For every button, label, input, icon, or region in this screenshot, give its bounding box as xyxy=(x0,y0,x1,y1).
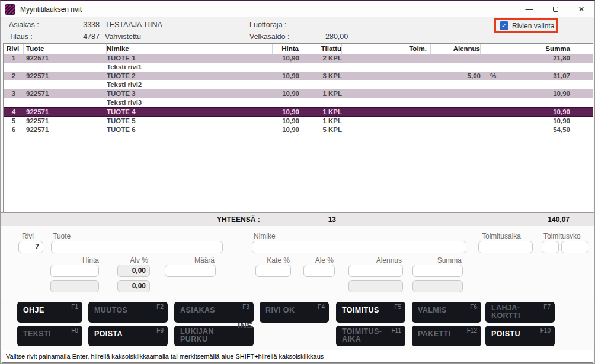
table-row[interactable]: 6 922571 TUOTE 6 10,90 5 KPL 54,50 xyxy=(4,125,593,134)
toimitusvko-label: Toimitusvko xyxy=(543,232,581,240)
button-label: LAHJA- KORTTI xyxy=(491,304,550,320)
table-row[interactable]: 1 922571 TUOTE 1 10,90 2 KPL 21,80 xyxy=(4,54,593,63)
cell-pct xyxy=(481,117,504,125)
window-title: Myyntitilauksen rivit xyxy=(20,5,82,14)
table-text-row[interactable]: Teksti rivi2 xyxy=(4,80,593,89)
button-label: VALMIS xyxy=(418,307,476,314)
cell-toim xyxy=(342,117,431,125)
nimike-field[interactable] xyxy=(252,241,466,253)
line-edit-form: Rivi Tuote Nimike Toimitusaika Toimitusv… xyxy=(1,226,594,299)
cell-alennus xyxy=(431,89,481,98)
button-label: MUUTOS xyxy=(94,307,163,314)
toimitusaika-field[interactable] xyxy=(478,241,533,253)
cell-nimike: Teksti rivi1 xyxy=(107,63,273,72)
kate-field[interactable] xyxy=(255,265,291,277)
col-header-alennus[interactable]: Alennus xyxy=(431,44,481,54)
cell-rivi: 4 xyxy=(4,108,24,116)
hinta-field[interactable] xyxy=(50,265,99,277)
fkey-label: F9 xyxy=(156,327,164,334)
tuote-field[interactable] xyxy=(51,241,223,253)
alennus-field-2[interactable] xyxy=(348,280,403,292)
summa-field-2[interactable] xyxy=(412,280,463,292)
valmis-button[interactable]: VALMIS F6 xyxy=(412,302,481,323)
alv-field-2[interactable]: 0,00 xyxy=(117,280,150,292)
row-selection-highlight-box: ✓ Rivien valinta xyxy=(494,18,558,33)
poista-button[interactable]: POISTA F9 xyxy=(88,326,168,346)
lahjakortti-button[interactable]: LAHJA- KORTTI F7 xyxy=(485,302,555,323)
maara-label: Määrä xyxy=(165,256,215,265)
cell-summa: 10,90 xyxy=(504,89,593,98)
cell-toim xyxy=(342,89,431,98)
summa-field[interactable] xyxy=(412,265,463,277)
tuote-label: Tuote xyxy=(53,232,71,240)
rivi-label: Rivi xyxy=(22,232,34,240)
cell-summa: 21,80 xyxy=(504,54,593,63)
toimitusvko-field-1[interactable] xyxy=(542,241,559,253)
cell-summa: 10,90 xyxy=(504,117,593,125)
order-label: Tilaus : xyxy=(9,33,33,41)
cell-nimike: TUOTE 4 xyxy=(107,108,273,116)
lukijan-purku-button[interactable]: LUKIJAN PURKU INS xyxy=(174,326,254,346)
cell-hinta: 10,90 xyxy=(273,72,299,80)
cell-tilattu: 2 KPL xyxy=(299,54,342,63)
cell-nimike: TUOTE 5 xyxy=(107,117,273,125)
cell-rivi xyxy=(4,63,24,72)
status-text: Valitse rivit painamalla Enter, hiirellä… xyxy=(6,353,324,360)
col-header-nimike[interactable]: Nimike xyxy=(107,44,273,54)
minimize-button[interactable]: — xyxy=(516,1,542,17)
table-text-row[interactable]: Teksti rivi3 xyxy=(4,98,593,107)
cell-toim xyxy=(342,54,431,63)
fkey-label: F6 xyxy=(470,304,477,310)
maximize-button[interactable] xyxy=(542,1,568,17)
cell-tuote: 922571 xyxy=(24,108,107,116)
muutos-button[interactable]: MUUTOS F2 xyxy=(88,302,168,323)
toimitusvko-field-2[interactable] xyxy=(561,241,588,253)
cell-hinta: 10,90 xyxy=(273,125,299,134)
col-header-summa[interactable]: Summa xyxy=(504,44,593,54)
table-row-selected[interactable]: 4 922571 TUOTE 4 10,90 1 KPL 10,90 xyxy=(4,107,593,117)
alennus-label: Alennus xyxy=(348,256,402,265)
totals-label: YHTEENSÄ : xyxy=(217,213,260,226)
teksti-button[interactable]: TEKSTI F8 xyxy=(17,326,82,346)
cell-tilattu: 1 KPL xyxy=(299,108,342,116)
ale-field[interactable] xyxy=(303,265,335,277)
toimitusaika-button[interactable]: TOIMITUS- AIKA F11 xyxy=(336,326,405,346)
col-header-rivi[interactable]: Rivi xyxy=(4,44,24,54)
rivi-field[interactable]: 7 xyxy=(18,241,43,253)
table-row[interactable]: 5 922571 TUOTE 5 10,90 1 KPL 10,90 xyxy=(4,117,593,125)
cell-pct: % xyxy=(481,72,504,80)
row-selection-checkbox[interactable]: ✓ xyxy=(500,21,508,30)
hinta-label: Hinta xyxy=(50,256,99,265)
customer-name: TESTAAJA TIINA xyxy=(105,21,162,29)
toimitus-button[interactable]: TOIMITUS F5 xyxy=(336,302,405,323)
titlebar: Myyntitilauksen rivit — ✕ xyxy=(1,1,594,17)
alv-field[interactable]: 0,00 xyxy=(117,265,150,277)
paketti-button[interactable]: PAKETTI F12 xyxy=(412,326,481,346)
cell-tuote: 922571 xyxy=(24,89,107,98)
col-header-tuote[interactable]: Tuote xyxy=(24,44,107,54)
debt-balance-label: Velkasaldo : xyxy=(249,33,289,41)
col-header-toim[interactable]: Toim. xyxy=(342,44,431,54)
col-header-hinta[interactable]: Hinta xyxy=(273,44,299,54)
row-selection-label: Rivien valinta xyxy=(512,22,554,30)
sales-order-rows-window: Myyntitilauksen rivit — ✕ Asiakas : 3338… xyxy=(0,0,595,364)
app-logo-icon xyxy=(5,4,15,15)
maara-field[interactable] xyxy=(165,265,216,277)
table-text-row[interactable]: Teksti rivi1 xyxy=(4,63,593,72)
fkey-label: F1 xyxy=(71,304,78,310)
asiakas-button[interactable]: ASIAKAS F3 xyxy=(174,302,254,323)
cell-nimike: Teksti rivi2 xyxy=(107,80,273,89)
cell-summa: 54,50 xyxy=(504,125,593,134)
poistu-button[interactable]: POISTU F10 xyxy=(485,326,555,346)
alennus-field[interactable] xyxy=(348,265,403,277)
ohje-button[interactable]: OHJE F1 xyxy=(17,302,82,323)
rivi-ok-button[interactable]: RIVI OK F4 xyxy=(260,302,329,323)
close-button[interactable]: ✕ xyxy=(568,1,594,17)
hinta-field-2[interactable] xyxy=(50,280,99,292)
table-row[interactable]: 3 922571 TUOTE 3 10,90 1 KPL 10,90 xyxy=(4,89,593,98)
col-header-tilattu[interactable]: Tilattu xyxy=(299,44,342,54)
cell-rivi: 5 xyxy=(4,117,24,125)
cell-tuote xyxy=(24,98,107,107)
table-row[interactable]: 2 922571 TUOTE 2 10,90 3 KPL 5,00 % 31,0… xyxy=(4,72,593,80)
kate-label: Kate % xyxy=(255,256,290,265)
